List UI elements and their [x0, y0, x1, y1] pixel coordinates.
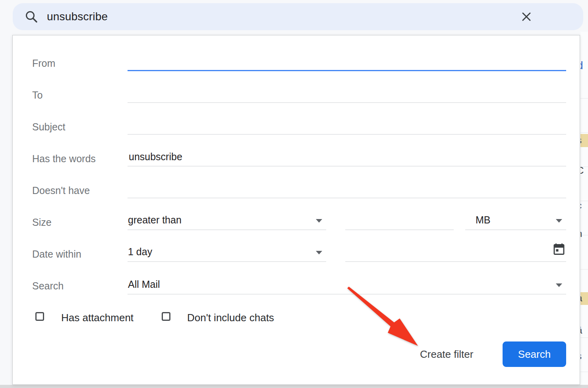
text-fragment: d — [580, 60, 583, 71]
size-unit-value: MB — [476, 214, 491, 225]
gmail-search-bar[interactable]: unsubscribe — [13, 3, 583, 30]
text-fragment: s — [580, 351, 582, 361]
to-label: To — [32, 89, 124, 101]
search-scope-select[interactable]: All Mail — [128, 275, 566, 295]
dont-include-chats-checkbox[interactable] — [162, 312, 170, 321]
date-range-value: 1 day — [128, 246, 152, 257]
date-range-select[interactable]: 1 day — [128, 243, 326, 262]
from-input[interactable] — [128, 52, 566, 71]
row-divider — [580, 372, 588, 372]
from-label: From — [32, 57, 124, 70]
size-amount-input[interactable] — [345, 211, 454, 230]
dont-include-chats-label: Don't include chats — [187, 311, 274, 324]
chevron-down-icon — [316, 251, 322, 254]
date-picker-field[interactable] — [345, 243, 566, 262]
subject-label: Subject — [32, 120, 124, 133]
row-divider — [580, 132, 588, 133]
chevron-down-icon — [316, 219, 322, 223]
search-scope-value: All Mail — [128, 279, 160, 290]
chevron-down-icon — [556, 283, 562, 287]
size-operator-value: greater than — [128, 214, 182, 225]
has-attachment-label: Has attachment — [61, 311, 133, 324]
text-fragment: C — [580, 165, 584, 176]
background-bottom-strip — [0, 385, 588, 388]
text-fragment: n — [580, 229, 582, 239]
calendar-icon[interactable] — [552, 242, 566, 258]
to-input[interactable] — [128, 84, 566, 103]
subject-input[interactable] — [128, 116, 566, 135]
text-fragment: c — [580, 200, 582, 211]
size-label: Size — [32, 216, 124, 229]
doesnt-have-label: Doesn't have — [32, 184, 124, 197]
search-filter-dialog: From To Subject Has the words Doesn't ha… — [12, 35, 580, 385]
search-query-text[interactable]: unsubscribe — [47, 3, 108, 30]
date-within-label: Date within — [32, 248, 124, 260]
has-the-words-input[interactable] — [128, 147, 566, 167]
row-divider — [580, 269, 588, 270]
search-icon — [25, 10, 38, 25]
close-icon[interactable] — [520, 10, 533, 25]
text-fragment: ä — [580, 325, 582, 336]
create-filter-button[interactable]: Create filter — [420, 348, 473, 361]
row-divider — [580, 338, 588, 338]
has-the-words-label: Has the words — [32, 152, 124, 165]
background-email-list: d s C c n j a ä s — [580, 32, 588, 385]
size-operator-select[interactable]: greater than — [128, 211, 326, 230]
gmail-search-filter-overlay: d s C c n j a ä s unsubscribe From To Su… — [0, 0, 588, 388]
doesnt-have-input[interactable] — [128, 179, 566, 198]
row-divider — [580, 98, 588, 99]
text-fragment: s — [580, 135, 582, 146]
search-button[interactable]: Search — [503, 341, 566, 367]
size-unit-select[interactable]: MB — [465, 211, 566, 230]
chevron-down-icon — [556, 219, 562, 223]
search-scope-label: Search — [32, 279, 124, 292]
text-fragment: a — [580, 293, 582, 303]
has-attachment-checkbox[interactable] — [35, 312, 44, 321]
